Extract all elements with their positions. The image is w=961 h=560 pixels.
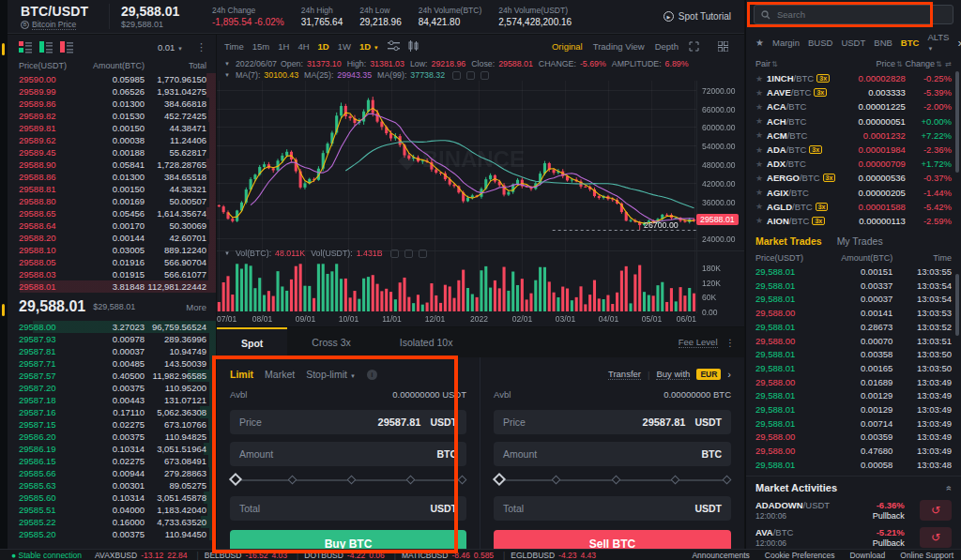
book-view-asks-icon[interactable] (60, 40, 73, 53)
fullscreen-icon[interactable] (689, 41, 699, 52)
candle-style-icon[interactable] (408, 40, 419, 52)
favorite-star-icon[interactable]: ★ (755, 130, 763, 140)
buy-total-input[interactable]: Total USDT (230, 496, 466, 521)
favorite-star-icon[interactable]: ★ (755, 102, 763, 112)
slider-stop-25[interactable] (552, 476, 561, 485)
ma-edit-icon[interactable] (452, 71, 461, 80)
ticker-pair[interactable]: AVAXBUSD (95, 551, 137, 560)
orderbook-ask-row[interactable]: 29589.860.01300384.66818 (8, 98, 216, 110)
orderbook-ask-row[interactable]: 29588.800.0016950.00507 (8, 195, 216, 207)
orderbook-ask-row[interactable]: 29589.810.0015044.38471 (8, 122, 216, 134)
pair-row[interactable]: ★AGLD/BTC3x0.00001588-5.42% (746, 200, 961, 214)
ma-settings-icon[interactable] (466, 71, 475, 80)
slider-stop-50[interactable] (347, 476, 357, 485)
orderbook-bid-row[interactable]: 29587.810.0003710.94749 (8, 345, 216, 357)
pair-row[interactable]: ★ACH/BTC0.00000051+0.00% (746, 114, 961, 129)
collapse-caret-icon[interactable]: ▼ (224, 61, 230, 67)
orderbook-bid-row[interactable]: 29587.200.00375110.95200 (8, 382, 216, 394)
trade-row[interactable]: 29,588.000.0007013:03:51 (746, 335, 961, 349)
favorite-star-icon[interactable]: ★ (755, 145, 763, 155)
orderbook-bid-row[interactable]: 29585.200.00375110.94450 (8, 528, 216, 540)
trades-scrollbar[interactable] (955, 274, 959, 336)
trade-row[interactable]: 29,588.010.0071413:03:49 (746, 417, 961, 431)
tab-cross-margin[interactable]: Cross 3x (287, 327, 374, 357)
slider-stop-100[interactable] (723, 476, 732, 485)
favorite-star-icon[interactable]: ★ (755, 74, 763, 83)
favorite-star-icon[interactable]: ★ (755, 202, 763, 211)
order-type-stop-limit[interactable]: Stop-limit ▼ (306, 369, 356, 380)
trade-row[interactable]: 29,588.010.0033713:03:54 (746, 280, 961, 294)
ticker-pair[interactable]: EGLDBUSD (511, 551, 555, 560)
orderbook-ask-row[interactable]: 29588.030.01915566.61077 (8, 268, 216, 280)
ma-close-icon[interactable] (480, 71, 489, 80)
orderbook-bid-row[interactable]: 29585.220.160004,733.63520 (8, 516, 216, 528)
fee-level-link[interactable]: Fee Level (679, 337, 718, 348)
pullback-arrow-icon[interactable]: ↺ (920, 500, 952, 521)
info-icon[interactable]: i (367, 370, 377, 380)
pair-row[interactable]: ★AAVE/BTC3x0.003333-5.39% (746, 85, 961, 99)
mode-original[interactable]: Original (552, 41, 583, 52)
pair-row[interactable]: ★ADX/BTC0.00000709+1.72% (746, 157, 961, 171)
indicator-settings-icon[interactable] (388, 40, 400, 52)
tab-usdt[interactable]: USDT (841, 38, 865, 48)
sell-price-input[interactable]: Price 29587.81 USDT (494, 410, 731, 434)
interval-1w[interactable]: 1W (338, 41, 351, 52)
orderbook-ask-row[interactable]: 29588.050.01916566.90704 (8, 256, 216, 268)
slider-stop-75[interactable] (670, 476, 679, 485)
trade-row[interactable]: 29,588.010.0005813:03:48 (746, 459, 961, 473)
pair-row[interactable]: ★ACA/BTC0.00001225-2.00% (746, 99, 961, 114)
trade-row[interactable]: 29,588.010.0003713:03:54 (746, 293, 961, 307)
mode-tradingview[interactable]: Trading View (593, 41, 645, 52)
tab-btc[interactable]: BTC (901, 38, 920, 48)
tab-isolated-margin[interactable]: Isolated 10x (375, 327, 478, 357)
trade-row[interactable]: 29,588.010.0012913:03:49 (746, 389, 961, 403)
activity-row[interactable]: AVA/BTC12:00:06-5.21%Pullback↺ (755, 527, 952, 548)
orderbook-bid-row[interactable]: 29587.930.00978289.36996 (8, 333, 216, 345)
favorite-star-icon[interactable]: ★ (755, 159, 763, 169)
orderbook-ask-row[interactable]: 29588.860.01300384.65518 (8, 171, 216, 183)
orderbook-bid-row[interactable]: 29588.003.2702396,759.56524 (8, 321, 216, 333)
slider-stop-50[interactable] (611, 476, 620, 485)
tab-bnb[interactable]: BNB (874, 38, 892, 48)
tab-my-trades[interactable]: My Trades (837, 235, 883, 247)
search-input[interactable] (754, 5, 953, 24)
vol-edit-icon[interactable] (390, 250, 399, 258)
order-type-limit[interactable]: Limit (230, 369, 253, 380)
tab-market-trades[interactable]: Market Trades (755, 235, 822, 247)
favorites-star-icon[interactable]: ★ (755, 38, 764, 48)
orderbook-ask-row[interactable]: 29588.650.054561,614.35674 (8, 207, 216, 219)
tab-busd[interactable]: BUSD (808, 38, 832, 48)
buy-with-link[interactable]: Buy with (656, 369, 690, 380)
pullback-arrow-icon[interactable]: ↺ (920, 527, 952, 548)
trade-row[interactable]: 29,588.000.0014113:03:53 (746, 307, 961, 321)
orderbook-ask-row[interactable]: 29589.820.01530452.72425 (8, 110, 216, 122)
orderbook-ask-row[interactable]: 29588.810.0015044.38321 (8, 183, 216, 195)
sell-total-input[interactable]: Total USDT (494, 496, 731, 521)
activity-row[interactable]: ADADOWN/USDT12:00:06-6.36%Pullback↺ (755, 500, 952, 521)
pair-row[interactable]: ★ACM/BTC0.0001232+7.22% (746, 129, 961, 143)
trade-row[interactable]: 29,588.000.0035913:03:49 (746, 431, 961, 445)
buy-amount-input[interactable]: Amount BTC (230, 442, 466, 466)
slider-handle[interactable] (493, 473, 506, 486)
pairs-scrollbar[interactable] (955, 71, 959, 173)
pair-row[interactable]: ★ADA/BTC3x0.00001984-2.36% (746, 143, 961, 157)
collapse-caret-icon[interactable]: ▼ (224, 72, 230, 78)
trade-menu-icon[interactable]: ⋮ (725, 337, 736, 348)
interval-4h[interactable]: 4H (297, 41, 309, 52)
pair-row[interactable]: ★AERGO/BTC3x0.00000536-0.37% (746, 171, 961, 185)
orderbook-ask-row[interactable]: 29588.200.0014442.60701 (8, 232, 216, 244)
tab-spot[interactable]: Spot (217, 327, 287, 357)
slider-stop-75[interactable] (406, 476, 416, 485)
trade-row[interactable]: 29,588.010.0035813:03:50 (746, 348, 961, 362)
ticker-pair[interactable]: BELBUSD (205, 551, 242, 560)
sell-amount-input[interactable]: Amount BTC (494, 442, 731, 466)
tab-margin[interactable]: Margin (772, 38, 800, 48)
orderbook-bid-row[interactable]: 29585.630.0030189.05275 (8, 479, 216, 492)
orderbook-bid-row[interactable]: 29586.150.02275673.08491 (8, 455, 216, 467)
interval-extra-dropdown[interactable]: 1D ▼ (359, 41, 379, 52)
slider-stop-25[interactable] (288, 476, 297, 485)
vol-settings-icon[interactable] (404, 250, 413, 258)
currency-badge[interactable]: EUR (696, 369, 721, 380)
announcements-link[interactable]: Announcements (692, 551, 749, 560)
slider-handle[interactable] (229, 473, 242, 486)
